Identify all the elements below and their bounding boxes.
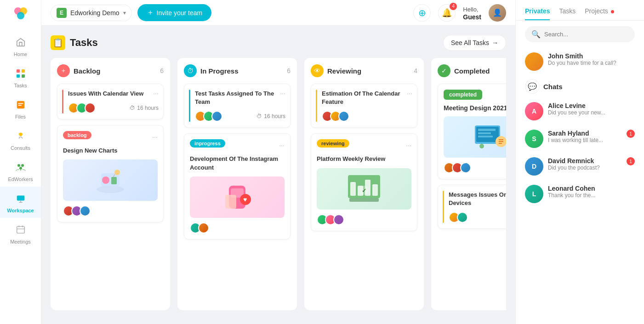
card-dots-c5[interactable]: ··· [407, 90, 412, 97]
column-reviewing: 👁 Reviewing 4 Estimation Of The Calendar… [304, 58, 424, 310]
board-title: Tasks [70, 37, 98, 49]
tab-privates[interactable]: Privates [525, 7, 550, 20]
col-header-reviewing: 👁 Reviewing 4 [311, 64, 417, 77]
col-title-row-completed: ✓ Completed [438, 64, 490, 77]
task-card-c5[interactable]: Estimation Of The Calendar Feature ··· [311, 84, 417, 128]
search-bar[interactable]: 🔍 [525, 26, 635, 42]
task-title-c2: Design New Charts [63, 147, 158, 155]
col-header-backlog: ＋ Backlog 6 [57, 64, 164, 77]
chat-alice[interactable]: A Alice Levine Did you see your new... [516, 97, 644, 125]
card-dots-c3[interactable]: ··· [280, 90, 285, 97]
sidebar-item-home[interactable]: Home [0, 30, 41, 62]
see-all-tasks-button[interactable]: See All Tasks → [443, 35, 506, 51]
task-card-c7[interactable]: completed Meeting Design 2021 [438, 84, 506, 179]
tasks-icon [13, 66, 28, 81]
sidebar-item-workspace[interactable]: Workspace [0, 187, 41, 218]
clock-icon-c1: ⏱ [130, 105, 135, 111]
task-card-c8[interactable]: Messages Issues On Ios Devices ··· [438, 185, 506, 229]
chat-preview-leonard: Thank you for the... [548, 192, 635, 199]
card-dots-c1[interactable]: ··· [153, 90, 159, 97]
task-card-c2[interactable]: backlog ··· Design New Charts [57, 125, 164, 222]
board-header: 📋 Tasks See All Tasks → [51, 35, 506, 51]
chat-info-john: John Smith Do you have time for a call? [548, 52, 635, 66]
col-header-completed: ✓ Completed ··· [438, 64, 506, 77]
sidebar-item-tasks-label: Tasks [14, 83, 27, 88]
card-image-c4: ♥ [190, 176, 285, 218]
svg-rect-4 [22, 69, 25, 73]
tasks-board-icon: 📋 [51, 35, 65, 50]
task-card-c1[interactable]: Issues With Calendar View ··· ⏱ [57, 84, 164, 119]
sidebar-item-consults[interactable]: Consults [0, 124, 41, 155]
chat-bubble-icon: 💬 [525, 79, 540, 94]
task-card-c6[interactable]: reviewing ··· Platform Weekly Review [311, 133, 417, 231]
user-avatar[interactable]: 👤 [489, 4, 506, 22]
avatar-stack-c2 [63, 205, 88, 216]
card-dots-c6[interactable]: ··· [406, 142, 411, 149]
search-icon: 🔍 [531, 30, 541, 39]
col-title-row-inprogress: ⏱ In Progress [184, 64, 239, 77]
sidebar-item-meetings[interactable]: Meetings [0, 218, 41, 249]
chat-info-sarah: Sarah Hyland I was working till late... [548, 130, 622, 143]
card-image-c6: ✓ [317, 168, 411, 210]
sidebar-item-tasks[interactable]: Tasks [0, 62, 41, 93]
sidebar-item-files[interactable]: Files [0, 93, 41, 124]
avatar-stack-c4 [190, 222, 206, 233]
chat-sarah[interactable]: S Sarah Hyland I was working till late..… [516, 125, 644, 153]
time-c1: ⏱ 16 hours [130, 105, 159, 111]
avatar-c8-2 [457, 212, 468, 223]
task-title-c8: Messages Issues On Ios Devices [449, 191, 506, 207]
chat-preview-alice: Did you see your new... [548, 109, 635, 116]
sidebar-item-home-label: Home [14, 51, 27, 57]
sidebar-item-edworkers[interactable]: EdWorkers [0, 155, 41, 187]
tag-reviewing-c6: reviewing [317, 139, 349, 148]
svg-rect-3 [17, 69, 20, 73]
see-all-label: See All Tasks [451, 39, 489, 46]
svg-rect-32 [349, 198, 379, 202]
svg-rect-26 [225, 195, 236, 209]
notifications-button[interactable]: 🔔 4 [438, 4, 456, 22]
svg-rect-19 [111, 177, 117, 184]
avatar-stack-c6 [317, 214, 342, 225]
avatar-stack-c1 [68, 102, 93, 114]
add-button[interactable]: ⊕ [413, 4, 431, 22]
tab-projects[interactable]: Projects [585, 7, 614, 20]
avatar-c6-3 [333, 214, 344, 225]
sidebar-item-workspace-label: Workspace [7, 208, 34, 213]
avatar-c3-3 [211, 111, 222, 122]
tab-tasks[interactable]: Tasks [559, 7, 576, 20]
chat-preview-john: Do you have time for a call? [548, 60, 635, 66]
col-title-row-reviewing: 👁 Reviewing [311, 64, 361, 77]
svg-text:✓: ✓ [362, 188, 366, 194]
search-input[interactable] [544, 31, 628, 38]
completed-col-icon: ✓ [438, 64, 450, 77]
svg-point-12 [21, 164, 24, 167]
plus-icon: ＋ [147, 8, 154, 17]
chat-info-leonard: Leonard Cohen Thank you for the... [548, 185, 635, 199]
contact-john[interactable]: John Smith Do you have time for a call? [516, 48, 644, 75]
chat-david[interactable]: D David Remnick Did you the podcast? 1 [516, 153, 644, 180]
card-dots-c2[interactable]: ··· [152, 133, 158, 141]
chat-leonard[interactable]: L Leonard Cohen Thank you for the... [516, 180, 644, 208]
avatar-john [525, 52, 543, 71]
workspace-icon [13, 191, 28, 206]
projects-notif-dot [611, 10, 614, 13]
sidebar-item-files-label: Files [15, 114, 26, 119]
task-card-c4[interactable]: inprogress ··· Development Of The Instag… [184, 133, 291, 239]
chat-name-alice: Alice Levine [548, 102, 635, 109]
svg-rect-6 [22, 74, 25, 78]
svg-point-20 [114, 170, 120, 175]
card-dots-c4[interactable]: ··· [279, 142, 285, 149]
avatar-alice: A [525, 102, 543, 120]
chat-preview-sarah: I was working till late... [548, 137, 622, 143]
hello-label: Hello, [463, 6, 478, 13]
invite-button[interactable]: ＋ Invite your team [137, 4, 212, 21]
column-backlog: ＋ Backlog 6 Issues With Calendar View ··… [51, 58, 170, 310]
sidebar-item-consults-label: Consults [11, 145, 30, 151]
plus-circle-icon: ⊕ [418, 7, 426, 18]
svg-rect-43 [499, 143, 502, 144]
sidebar-item-edworkers-label: EdWorkers [8, 176, 33, 182]
avatar-c2-3 [80, 205, 91, 216]
avatar-stack-c3 [195, 111, 220, 122]
workspace-selector[interactable]: E Edworking Demo ▾ [51, 5, 132, 21]
task-card-c3[interactable]: Test Tasks Assigned To The Team ··· ⏱ [184, 84, 291, 128]
